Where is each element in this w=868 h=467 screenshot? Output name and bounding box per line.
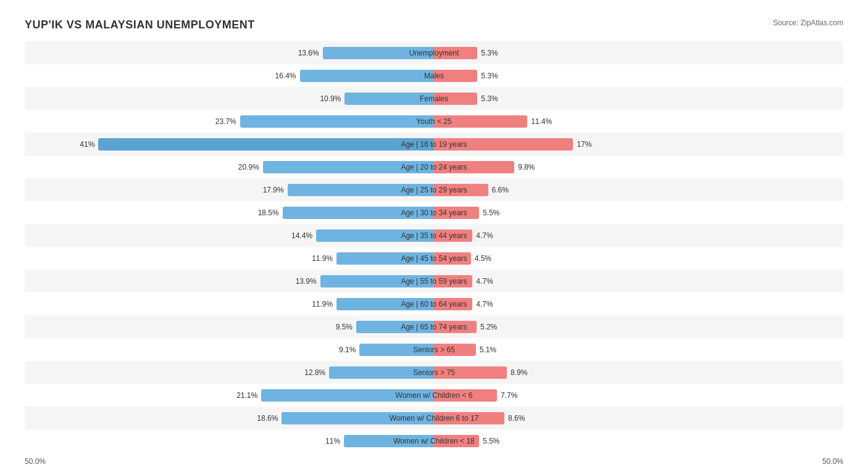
yupik-bar	[356, 321, 434, 333]
yupik-value: 13.9%	[296, 277, 317, 286]
yupik-bar	[240, 115, 434, 128]
malaysian-value: 6.6%	[492, 186, 509, 194]
malaysian-bar	[434, 252, 471, 265]
yupik-bar	[323, 47, 434, 59]
yupik-bar	[344, 435, 434, 447]
chart-container: YUP'IK VS MALAYSIAN UNEMPLOYMENT Source:…	[12, 12, 856, 467]
yupik-value: 18.5%	[258, 209, 279, 217]
yupik-bar	[344, 93, 434, 105]
malaysian-bar	[434, 275, 472, 287]
malaysian-bar	[434, 47, 477, 59]
table-row: 21.1% Women w/ Children < 6 7.7%	[25, 384, 843, 407]
chart-title: YUP'IK VS MALAYSIAN UNEMPLOYMENT	[25, 19, 255, 31]
table-row: 11% Women w/ Children < 18 5.5%	[25, 429, 843, 452]
malaysian-value: 8.6%	[508, 414, 525, 423]
table-row: 16.4% Males 5.3%	[25, 64, 843, 87]
yupik-value: 21.1%	[236, 391, 257, 400]
table-row: 9.1% Seniors > 65 5.1%	[25, 338, 843, 361]
malaysian-bar	[434, 207, 479, 219]
yupik-bar	[329, 366, 434, 379]
yupik-value: 9.5%	[336, 323, 353, 331]
yupik-bar	[300, 70, 434, 82]
malaysian-bar	[434, 93, 477, 105]
yupik-bar	[282, 412, 434, 424]
yupik-value: 10.9%	[320, 94, 341, 103]
table-row: 12.8% Seniors > 75 8.9%	[25, 361, 843, 384]
yupik-bar	[261, 389, 434, 402]
yupik-bar	[98, 138, 434, 151]
chart-source: Source: ZipAtlas.com	[773, 19, 843, 27]
table-row: 41% Age | 16 to 19 years 17%	[25, 133, 843, 155]
malaysian-value: 4.5%	[475, 254, 491, 263]
yupik-bar	[263, 161, 434, 173]
malaysian-value: 7.7%	[501, 391, 517, 400]
yupik-value: 11.9%	[312, 254, 333, 263]
malaysian-value: 17%	[577, 140, 591, 149]
yupik-bar	[288, 184, 434, 196]
table-row: 14.4% Age | 35 to 44 years 4.7%	[25, 224, 843, 247]
table-row: 17.9% Age | 25 to 29 years 6.6%	[25, 178, 843, 201]
malaysian-bar	[434, 435, 479, 447]
table-row: 18.6% Women w/ Children 6 to 17 8.6%	[25, 407, 843, 429]
yupik-value: 11%	[325, 437, 340, 445]
malaysian-value: 4.7%	[476, 231, 493, 240]
yupik-value: 14.4%	[291, 231, 312, 240]
yupik-value: 16.4%	[275, 72, 296, 80]
yupik-value: 18.6%	[257, 414, 278, 423]
malaysian-value: 5.3%	[481, 94, 498, 103]
table-row: 13.9% Age | 55 to 59 years 4.7%	[25, 270, 843, 292]
chart-header: YUP'IK VS MALAYSIAN UNEMPLOYMENT Source:…	[25, 19, 843, 31]
yupik-bar	[359, 344, 434, 356]
yupik-bar	[336, 298, 434, 310]
malaysian-value: 11.4%	[531, 117, 552, 126]
yupik-bar	[320, 275, 434, 287]
axis-right-label: 50.0%	[822, 457, 843, 466]
malaysian-value: 5.5%	[483, 209, 499, 217]
table-row: 13.6% Unemployment 5.3%	[25, 41, 843, 64]
table-row: 11.9% Age | 60 to 64 years 4.7%	[25, 292, 843, 315]
yupik-value: 17.9%	[263, 186, 284, 194]
chart-area: 13.6% Unemployment 5.3% 16.4% Males 5.3%	[25, 41, 843, 452]
malaysian-value: 5.3%	[481, 72, 498, 80]
malaysian-value: 5.3%	[481, 49, 498, 57]
malaysian-bar	[434, 229, 472, 242]
table-row: 10.9% Females 5.3%	[25, 87, 843, 110]
malaysian-value: 5.1%	[480, 345, 496, 354]
yupik-value: 23.7%	[215, 117, 236, 126]
table-row: 11.9% Age | 45 to 54 years 4.5%	[25, 247, 843, 270]
malaysian-bar	[434, 70, 477, 82]
malaysian-bar	[434, 138, 573, 151]
malaysian-value: 5.2%	[480, 323, 497, 331]
table-row: 20.9% Age | 20 to 24 years 9.8%	[25, 155, 843, 178]
yupik-value: 41%	[80, 140, 94, 149]
yupik-value: 20.9%	[238, 163, 259, 172]
malaysian-bar	[434, 184, 488, 196]
malaysian-bar	[434, 298, 472, 310]
malaysian-value: 4.7%	[476, 277, 493, 286]
malaysian-value: 9.8%	[518, 163, 535, 172]
yupik-bar	[283, 207, 434, 219]
yupik-value: 13.6%	[298, 49, 319, 57]
malaysian-value: 4.7%	[476, 300, 493, 308]
malaysian-bar	[434, 412, 504, 424]
table-row: 23.7% Youth < 25 11.4%	[25, 110, 843, 133]
axis-row: 50.0% 50.0%	[25, 457, 843, 466]
table-row: 9.5% Age | 65 to 74 years 5.2%	[25, 315, 843, 338]
yupik-value: 11.9%	[312, 300, 333, 308]
malaysian-bar	[434, 115, 527, 128]
malaysian-bar	[434, 321, 477, 333]
malaysian-value: 5.5%	[483, 437, 499, 445]
malaysian-bar	[434, 389, 497, 402]
axis-left-label: 50.0%	[25, 457, 46, 466]
malaysian-bar	[434, 161, 514, 173]
yupik-bar	[336, 252, 434, 265]
yupik-bar	[316, 229, 434, 242]
table-row: 18.5% Age | 30 to 34 years 5.5%	[25, 201, 843, 224]
malaysian-bar	[434, 366, 507, 379]
malaysian-bar	[434, 344, 476, 356]
yupik-value: 12.8%	[304, 368, 325, 377]
yupik-value: 9.1%	[339, 345, 356, 354]
malaysian-value: 8.9%	[511, 368, 527, 377]
